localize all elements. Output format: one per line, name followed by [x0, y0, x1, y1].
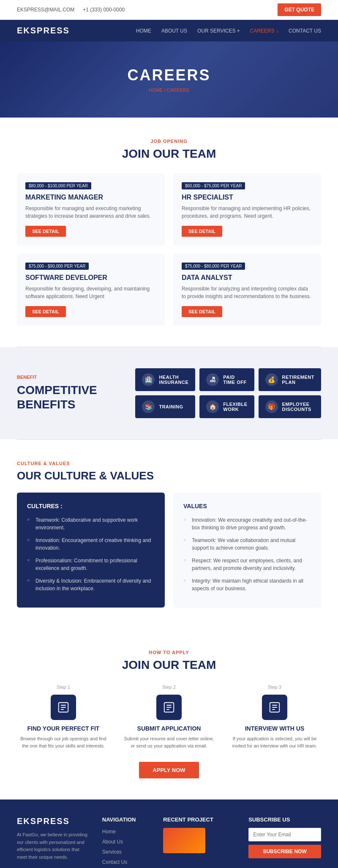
footer-grid: EKSPRESS At FastGo, we believe in provid… [17, 816, 321, 868]
step-icon [51, 695, 76, 720]
job-desc: Responsible for managing and executing m… [25, 205, 156, 220]
see-detail-button[interactable]: SEE DETAIL [182, 306, 222, 317]
culture-box: CULTURES : Teamwork: Collaborative and s… [17, 493, 165, 608]
get-quote-button[interactable]: GET QUOTE [278, 3, 321, 16]
hero-content: CAREERS HOME / CAREERS [127, 66, 210, 93]
apply-step: Step 1 FIND YOUR PERFECT FIT Browse thro… [17, 685, 110, 749]
apply-steps: Step 1 FIND YOUR PERFECT FIT Browse thro… [17, 685, 321, 749]
value-item: Innovation: We encourage creativity and … [183, 516, 311, 531]
benefit-label: FLEXIBLE WORK [223, 402, 247, 412]
see-detail-button[interactable]: SEE DETAIL [25, 306, 66, 317]
job-title: HR SPECIALIST [182, 194, 313, 201]
culture-grid: CULTURES : Teamwork: Collaborative and s… [17, 493, 321, 608]
benefit-icon: 🏠 [206, 400, 219, 413]
email: EKSPRESS@MAIL.COM [17, 7, 74, 13]
values-list: Innovation: We encourage creativity and … [183, 516, 311, 592]
footer-nav-link[interactable]: Home [102, 829, 116, 835]
job-salary: $80,000 - $100,000 PER YEAR [25, 182, 91, 189]
nav-contact[interactable]: CONTACT US [289, 28, 321, 34]
subscribe-button[interactable]: SUBSCRIBE NOW [248, 845, 321, 858]
see-detail-button[interactable]: SEE DETAIL [25, 226, 66, 237]
step-title: INTERVIEW WITH US [228, 725, 321, 732]
job-desc: Responsible for designing, developing, a… [25, 285, 156, 300]
culture-item: Innovation: Encouragement of creative th… [27, 537, 155, 552]
apply-now-button[interactable]: APPLY NOW [139, 762, 199, 778]
job-title: DATA ANALYST [182, 274, 313, 282]
step-icon [156, 695, 182, 720]
jobs-section: JOB OPENING JOIN OUR TEAM $80,000 - $100… [0, 118, 338, 347]
breadcrumb-current: CAREERS [167, 88, 189, 93]
benefit-icon: 💰 [265, 373, 278, 386]
footer-nav-list: HomeAbout UsServicesContact Us [102, 828, 151, 865]
job-grid: $80,000 - $100,000 PER YEAR MARKETING MA… [17, 173, 321, 326]
culture-section: CULTURE & VALUES OUR CULTURE & VALUES CU… [0, 440, 338, 629]
breadcrumb-home[interactable]: HOME [149, 88, 163, 93]
footer-subscribe-col: SUBSCRIBE US SUBSCRIBE NOW [248, 816, 321, 868]
step-title: SUBMIT APPLICATION [123, 725, 215, 732]
value-item: Integrity: We maintain high ethical stan… [183, 577, 311, 592]
job-title: SOFTWARE DEVELOPER [25, 274, 156, 282]
apply-title: JOIN OUR TEAM [17, 658, 321, 672]
value-item: Respect: We respect our employees, clien… [183, 557, 311, 572]
footer-nav-link[interactable]: About Us [102, 839, 123, 845]
benefit-label: EMPLOYEE DISCOUNTS [282, 402, 315, 412]
benefits-label: BENEFIT [17, 375, 123, 380]
recent-project-image [163, 828, 205, 853]
benefits-section: BENEFIT COMPETITIVE BENEFITS 🏥 HEALTH IN… [0, 347, 338, 439]
footer-subscribe-title: SUBSCRIBE US [248, 816, 321, 823]
apply-label: HOW TO APPLY [17, 650, 321, 655]
step-label: Step 1 [17, 685, 110, 690]
nav-home[interactable]: HOME [136, 28, 151, 34]
culture-item: Teamwork: Collaborative and supportive w… [27, 516, 155, 531]
see-detail-button[interactable]: SEE DETAIL [182, 226, 222, 237]
footer-recent-col: RECENT PROJECT [163, 816, 236, 868]
apply-section: HOW TO APPLY JOIN OUR TEAM Step 1 FIND Y… [0, 629, 338, 800]
step-desc: If your application is selected, you wil… [228, 735, 321, 749]
nav-careers[interactable]: CAREERS ↓ [250, 28, 278, 34]
benefit-item: 🎁 EMPLOYEE DISCOUNTS [259, 395, 322, 418]
phone: +1 (333) 000-0000 [83, 7, 125, 13]
footer-nav-link[interactable]: Services [102, 849, 122, 855]
footer-logo: EKSPRESS [17, 816, 90, 826]
benefit-item: 📚 TRAINING [135, 395, 195, 418]
step-label: Step 2 [123, 685, 215, 690]
contact-info: EKSPRESS@MAIL.COM +1 (333) 000-0000 [17, 7, 125, 13]
step-label: Step 3 [228, 685, 321, 690]
jobs-label: JOB OPENING [17, 139, 321, 144]
apply-step: Step 3 INTERVIEW WITH US If your applica… [228, 685, 321, 749]
benefit-icon: 🏖 [206, 373, 219, 386]
benefit-label: RETIREMENT PLAN [282, 375, 315, 385]
job-title: MARKETING MANAGER [25, 194, 156, 201]
benefit-item: 🏥 HEALTH INSURANCE [135, 368, 195, 391]
job-desc: Responsible for analyzing and interpreti… [182, 285, 313, 300]
culture-label: CULTURE & VALUES [17, 461, 321, 466]
culture-item: Diversity & Inclusion: Embracement of di… [27, 577, 155, 592]
footer-nav-link[interactable]: Contact Us [102, 859, 127, 865]
step-desc: Browse through our job openings and find… [17, 735, 110, 749]
job-card: $60,000 - $75,000 PER YEAR HR SPECIALIST… [173, 173, 321, 245]
navbar: EKSPRESS HOME ABOUT US OUR SERVICES + CA… [0, 20, 338, 41]
nav-links: HOME ABOUT US OUR SERVICES + CAREERS ↓ C… [136, 28, 321, 34]
benefit-label: HEALTH INSURANCE [159, 375, 188, 385]
job-salary: $75,000 - $80,000 PER YEAR [182, 263, 245, 270]
benefits-left: BENEFIT COMPETITIVE BENEFITS [17, 375, 123, 411]
nav-services[interactable]: OUR SERVICES + [197, 28, 240, 34]
step-icon [262, 695, 287, 720]
footer-nav-col: NAVIGATION HomeAbout UsServicesContact U… [102, 816, 151, 868]
breadcrumb: HOME / CAREERS [127, 88, 210, 93]
benefits-title: COMPETITIVE BENEFITS [17, 383, 123, 411]
footer-nav-title: NAVIGATION [102, 816, 151, 823]
apply-step: Step 2 SUBMIT APPLICATION Submit your re… [123, 685, 215, 749]
culture-item: Professionalism: Commitment to professio… [27, 557, 155, 572]
hero-title: CAREERS [127, 66, 210, 84]
footer-brand: EKSPRESS At FastGo, we believe in provid… [17, 816, 90, 868]
benefit-item: 💰 RETIREMENT PLAN [259, 368, 322, 391]
footer: EKSPRESS At FastGo, we believe in provid… [0, 800, 338, 868]
culture-list: Teamwork: Collaborative and supportive w… [27, 516, 155, 592]
job-salary: $75,000 - $90,000 PER YEAR [25, 263, 89, 270]
value-item: Teamwork: We value collaboration and mut… [183, 537, 311, 552]
culture-title: OUR CULTURE & VALUES [17, 469, 321, 482]
jobs-title: JOIN OUR TEAM [17, 147, 321, 161]
nav-about[interactable]: ABOUT US [161, 28, 187, 34]
subscribe-email-input[interactable] [248, 828, 321, 841]
